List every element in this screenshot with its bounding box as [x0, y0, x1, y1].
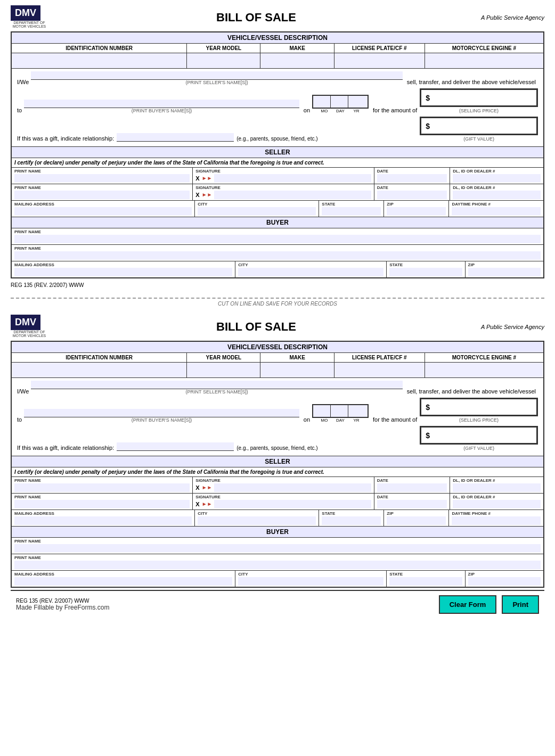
date-yr-2[interactable] [348, 405, 368, 417]
selling-price-input-2[interactable] [432, 403, 532, 412]
selling-price-box[interactable]: $ [420, 88, 538, 107]
form1-wrapper: VEHICLE/VESSEL DESCRIPTION IDENTIFICATIO… [11, 31, 544, 278]
seller-addr-input-2[interactable] [14, 516, 192, 525]
date-day[interactable] [331, 96, 348, 108]
date-mo-2[interactable] [313, 405, 331, 417]
seller-zip-2: ZIP [384, 510, 449, 526]
gift-value-box[interactable]: $ [420, 117, 538, 135]
seller-name-input[interactable] [31, 71, 402, 80]
label-print-name-2-2: PRINT NAME [14, 495, 190, 499]
seller-city-input[interactable] [198, 207, 316, 216]
certify-text-2: I certify (or declare) under penalty of … [12, 467, 543, 477]
seller1-name-input-2[interactable] [14, 483, 190, 492]
iwe-row-2: I/We (PRINT SELLER'S NAME[S]) sell, tran… [17, 381, 538, 395]
plate-input[interactable] [337, 54, 422, 63]
field-make[interactable] [260, 53, 334, 68]
buyer-name-label: (PRINT BUYER'S NAME[S]) [132, 108, 192, 113]
buyer-city-input[interactable] [238, 268, 383, 276]
seller2-dl-input[interactable] [453, 191, 541, 199]
seller-phone-input[interactable] [452, 207, 541, 216]
seller2-date-input-2[interactable] [377, 500, 447, 508]
moto-input-2[interactable] [428, 364, 541, 372]
date-mo-input[interactable] [314, 97, 329, 105]
seller1-sig-input[interactable] [214, 174, 371, 183]
buyer-zip-input-2[interactable] [468, 577, 541, 586]
selling-price-box-2[interactable]: $ [420, 398, 538, 416]
field-make-2[interactable] [260, 363, 334, 377]
date-yr[interactable] [348, 96, 368, 108]
selling-price-input[interactable] [432, 94, 532, 102]
year-input-2[interactable] [190, 364, 257, 372]
seller2-name-2: PRINT NAME [12, 494, 193, 510]
field-year[interactable] [187, 53, 260, 68]
gift-value-input-2[interactable] [432, 431, 532, 440]
buyer-zip-input[interactable] [468, 268, 541, 276]
buyer-name-input[interactable] [24, 100, 299, 108]
plate-input-2[interactable] [337, 364, 422, 372]
make-input-2[interactable] [263, 364, 331, 372]
field-plate[interactable] [334, 53, 425, 68]
field-year-2[interactable] [187, 363, 260, 377]
seller1-name-input[interactable] [14, 174, 190, 183]
seller-city-input-2[interactable] [198, 516, 316, 525]
seller-name-input-2[interactable] [31, 381, 402, 389]
seller-state-input[interactable] [322, 207, 381, 216]
buyer1-name-input[interactable] [14, 235, 541, 243]
form2-title: BILL OF SALE [48, 320, 464, 334]
year-input[interactable] [190, 54, 257, 63]
buyer-state-input-2[interactable] [389, 577, 462, 586]
field-moto-2[interactable] [425, 363, 543, 377]
seller-zip-input[interactable] [387, 207, 446, 216]
date-yr-input-2[interactable] [349, 406, 366, 415]
seller2-name-input[interactable] [14, 191, 190, 199]
date-yr-input[interactable] [349, 97, 366, 105]
clear-form-button[interactable]: Clear Form [439, 595, 497, 614]
seller1-date-input-2[interactable] [377, 483, 447, 492]
gift-value-box-2[interactable]: $ [420, 426, 538, 445]
date-day-input[interactable] [332, 97, 347, 105]
gift-input[interactable] [117, 133, 234, 142]
buyer-address-row-2: MAILING ADDRESS CITY STATE ZIP [12, 571, 543, 587]
seller2-sig-input-2[interactable] [214, 500, 371, 508]
buyer-state-input[interactable] [389, 268, 462, 276]
seller2-name-input-2[interactable] [14, 500, 190, 508]
seller2-dl-input-2[interactable] [453, 500, 541, 508]
date-day-input-2[interactable] [332, 406, 347, 415]
iwe-suffix-2: sell, transfer, and deliver the above ve… [407, 388, 536, 395]
seller-addr-input[interactable] [14, 207, 192, 216]
seller2-date-input[interactable] [377, 191, 447, 199]
field-vin[interactable] [12, 53, 187, 68]
dollar-sign-4: $ [426, 431, 430, 440]
date-mo[interactable] [313, 96, 331, 108]
buyer2-name-input-2[interactable] [14, 561, 541, 569]
vin-input[interactable] [14, 54, 184, 63]
iwe-section: I/We (PRINT SELLER'S NAME[S]) sell, tran… [12, 69, 543, 147]
moto-input[interactable] [428, 54, 541, 63]
buyer1-name-input-2[interactable] [14, 544, 541, 553]
seller1-name-2: PRINT NAME [12, 477, 193, 493]
date-day-2[interactable] [331, 405, 348, 417]
vin-input-2[interactable] [14, 364, 184, 372]
buyer-addr-input-2[interactable] [14, 577, 232, 586]
buyer-addr-input[interactable] [14, 268, 232, 276]
seller1-dl-input[interactable] [453, 174, 541, 183]
seller1-dl-input-2[interactable] [453, 483, 541, 492]
seller-phone-input-2[interactable] [452, 516, 541, 525]
buyer-name-input-2[interactable] [24, 409, 299, 417]
seller2-sig-input[interactable] [214, 191, 371, 199]
gift-value-input[interactable] [432, 122, 532, 130]
field-vin-2[interactable] [12, 363, 187, 377]
gift-input-2[interactable] [117, 442, 234, 451]
buyer2-name-input[interactable] [14, 251, 541, 260]
field-moto[interactable] [425, 53, 543, 68]
label-zip-s: ZIP [387, 202, 446, 207]
buyer-city-input-2[interactable] [238, 577, 383, 586]
seller1-date-input[interactable] [377, 174, 447, 183]
seller-state-input-2[interactable] [322, 516, 381, 525]
field-plate-2[interactable] [334, 363, 425, 377]
seller1-sig-input-2[interactable] [214, 483, 371, 492]
make-input[interactable] [263, 54, 331, 63]
seller-zip-input-2[interactable] [387, 516, 446, 525]
print-button[interactable]: Print [502, 595, 539, 614]
date-mo-input-2[interactable] [314, 406, 329, 415]
